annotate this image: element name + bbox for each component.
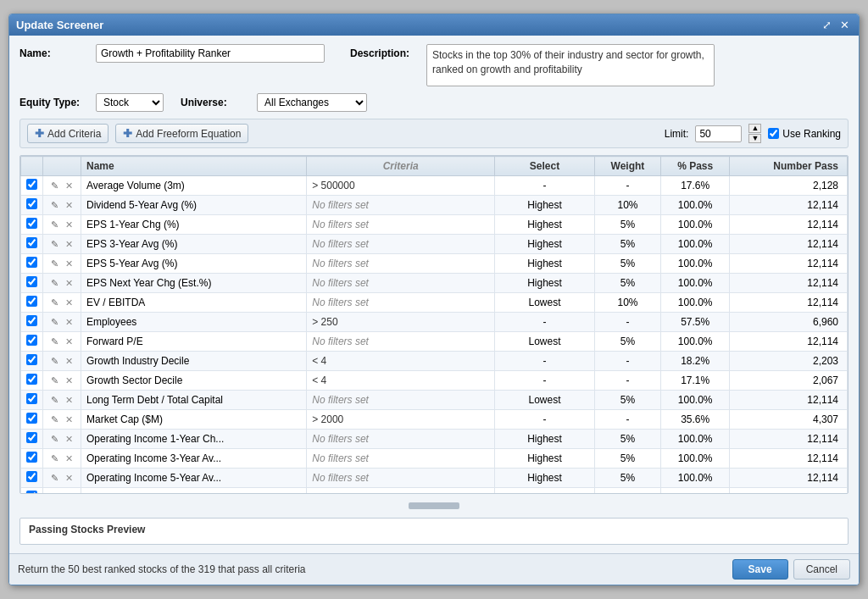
col-weight: Weight	[594, 157, 660, 176]
row-icons: ✎ ✕	[43, 371, 81, 391]
row-criteria: No filters set	[307, 254, 495, 274]
row-checkbox[interactable]	[26, 218, 37, 229]
table-row: ✎ ✕Return on Assets vs IndustryNo filter…	[21, 488, 848, 495]
delete-icon[interactable]: ✕	[64, 413, 75, 426]
row-criteria: No filters set	[307, 488, 495, 495]
edit-icon[interactable]: ✎	[49, 355, 60, 368]
row-checkbox[interactable]	[26, 296, 37, 307]
row-criteria: No filters set	[307, 235, 495, 254]
row-select: Lowest	[495, 293, 595, 313]
limit-down-button[interactable]: ▼	[748, 134, 761, 143]
edit-icon[interactable]: ✎	[49, 336, 60, 348]
delete-icon[interactable]: ✕	[64, 472, 75, 485]
row-ppass: 100.0%	[661, 293, 730, 313]
delete-icon[interactable]: ✕	[64, 219, 75, 231]
delete-icon[interactable]: ✕	[64, 277, 75, 290]
row-checkbox[interactable]	[26, 276, 37, 287]
row-icons: ✎ ✕	[43, 449, 81, 469]
table-row: ✎ ✕Operating Income 3-Year Av...No filte…	[21, 449, 848, 469]
close-button[interactable]: ✕	[837, 19, 852, 31]
add-criteria-button[interactable]: ✚ Add Criteria	[27, 124, 108, 143]
equity-type-select[interactable]: Stock	[96, 93, 164, 112]
delete-icon[interactable]: ✕	[64, 394, 75, 407]
row-ppass: 100.0%	[661, 274, 730, 293]
save-button[interactable]: Save	[732, 559, 788, 580]
row-checkbox[interactable]	[26, 374, 37, 385]
edit-icon[interactable]: ✎	[49, 219, 60, 231]
cancel-button[interactable]: Cancel	[793, 559, 850, 580]
equity-type-label: Equity Type:	[19, 93, 87, 108]
edit-icon[interactable]: ✎	[49, 258, 60, 270]
delete-icon[interactable]: ✕	[64, 355, 75, 368]
delete-icon[interactable]: ✕	[64, 316, 75, 329]
delete-icon[interactable]: ✕	[64, 452, 75, 465]
delete-icon[interactable]: ✕	[64, 258, 75, 270]
row-checkbox[interactable]	[26, 413, 37, 424]
row-checkbox[interactable]	[26, 393, 37, 404]
edit-icon[interactable]: ✎	[49, 374, 60, 387]
row-checkbox[interactable]	[26, 257, 37, 268]
row-ppass: 100.0%	[661, 215, 730, 235]
use-ranking-checkbox[interactable]	[768, 128, 779, 139]
delete-icon[interactable]: ✕	[64, 297, 75, 309]
row-select: -	[495, 410, 595, 430]
limit-input[interactable]	[695, 125, 742, 142]
row-checkbox[interactable]	[26, 471, 37, 482]
table-row: ✎ ✕Forward P/ENo filters setLowest5%100.…	[21, 332, 848, 352]
use-ranking-label: Use Ranking	[768, 128, 841, 140]
delete-icon[interactable]: ✕	[64, 433, 75, 446]
row-checkbox[interactable]	[26, 432, 37, 443]
edit-icon[interactable]: ✎	[49, 316, 60, 329]
row-select: Highest	[495, 449, 595, 469]
delete-icon[interactable]: ✕	[64, 374, 75, 387]
row-criteria: No filters set	[307, 196, 495, 215]
edit-icon[interactable]: ✎	[49, 180, 60, 192]
edit-icon[interactable]: ✎	[49, 394, 60, 407]
edit-icon[interactable]: ✎	[49, 277, 60, 290]
name-input[interactable]	[96, 44, 325, 63]
row-weight: 5%	[594, 215, 660, 235]
row-checkbox[interactable]	[26, 315, 37, 326]
edit-icon[interactable]: ✎	[49, 452, 60, 465]
expand-button[interactable]: ⤢	[820, 19, 834, 31]
edit-icon[interactable]: ✎	[49, 472, 60, 485]
row-npass: 12,114	[730, 430, 848, 449]
scrollbar-thumb[interactable]	[409, 502, 459, 509]
row-select: -	[495, 352, 595, 371]
edit-icon[interactable]: ✎	[49, 199, 60, 212]
edit-icon[interactable]: ✎	[49, 238, 60, 251]
add-freeform-button[interactable]: ✚ Add Freeform Equation	[115, 124, 248, 143]
row-name: Forward P/E	[81, 332, 307, 352]
row-weight: 5%	[594, 449, 660, 469]
row-select: Highest	[495, 235, 595, 254]
edit-icon[interactable]: ✎	[49, 413, 60, 426]
edit-icon[interactable]: ✎	[49, 297, 60, 309]
row-checkbox[interactable]	[26, 237, 37, 248]
row-criteria: < 4	[307, 371, 495, 391]
edit-icon[interactable]: ✎	[49, 433, 60, 446]
universe-select[interactable]: All Exchanges	[257, 93, 367, 112]
col-ppass: % Pass	[661, 157, 730, 176]
delete-icon[interactable]: ✕	[64, 180, 75, 192]
row-icons: ✎ ✕	[43, 176, 81, 196]
edit-icon[interactable]: ✎	[49, 491, 60, 495]
row-checkbox[interactable]	[26, 452, 37, 463]
row-criteria: No filters set	[307, 391, 495, 410]
row-checkbox[interactable]	[26, 491, 37, 494]
row-checkbox[interactable]	[26, 198, 37, 209]
row-select: Highest	[495, 215, 595, 235]
limit-up-button[interactable]: ▲	[748, 124, 761, 133]
row-checkbox[interactable]	[26, 354, 37, 365]
add-criteria-icon: ✚	[35, 127, 44, 140]
row-checkbox[interactable]	[26, 179, 37, 190]
col-actions	[43, 157, 81, 176]
row-checkbox[interactable]	[26, 335, 37, 346]
row-select: -	[495, 371, 595, 391]
delete-icon[interactable]: ✕	[64, 199, 75, 212]
description-text[interactable]: Stocks in the top 30% of their industry …	[426, 44, 715, 86]
delete-icon[interactable]: ✕	[64, 491, 75, 495]
row-npass: 12,114	[730, 215, 848, 235]
delete-icon[interactable]: ✕	[64, 336, 75, 348]
table-row: ✎ ✕Operating Income 5-Year Av...No filte…	[21, 469, 848, 488]
delete-icon[interactable]: ✕	[64, 238, 75, 251]
